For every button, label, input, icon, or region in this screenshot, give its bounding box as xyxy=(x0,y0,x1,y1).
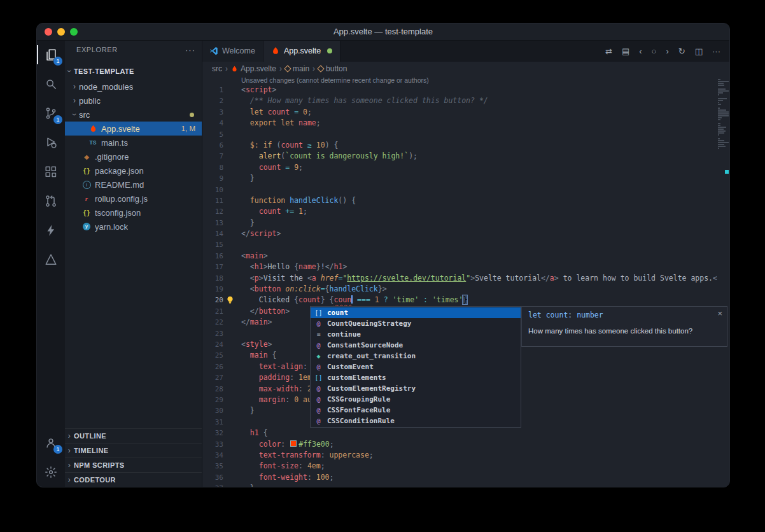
code-line: 36 font-weight: 100; xyxy=(202,472,729,483)
split-editor-icon[interactable]: ◫ xyxy=(695,47,703,55)
minimap-line xyxy=(718,140,724,141)
tree-item-README.md[interactable]: iREADME.md xyxy=(65,178,202,192)
tree-item-label: src xyxy=(79,110,90,120)
breadcrumb-label: button xyxy=(326,64,347,73)
history-icon[interactable]: ↻ xyxy=(678,47,685,55)
code-line: 4 export let name; xyxy=(202,118,729,129)
code-line: 8 count = 9; xyxy=(202,162,729,173)
git-status-badge: 1, M xyxy=(181,125,195,132)
tree-item-node_modules[interactable]: ›node_modules xyxy=(65,80,202,94)
tab-app-svelte[interactable]: App.svelte xyxy=(263,40,340,62)
breadcrumb-item-button[interactable]: button xyxy=(318,64,347,73)
code-line: 10 xyxy=(202,185,729,195)
line-gutter: 20 xyxy=(202,295,241,305)
vscode-window: App.svelte — test-template 11 1 EXPLORER… xyxy=(36,23,730,487)
suggestion-CountQueuingStrategy[interactable]: @CountQueuingStrategy xyxy=(311,318,521,329)
github-pr-icon xyxy=(44,194,58,208)
tree-item-.gitignore[interactable]: ◆.gitignore xyxy=(65,150,202,164)
panel-outline[interactable]: ›OUTLINE xyxy=(65,428,202,443)
tab-label: App.svelte xyxy=(284,46,321,55)
panel-timeline[interactable]: ›TIMELINE xyxy=(65,443,202,458)
window-titlebar[interactable]: App.svelte — test-template xyxy=(37,24,729,41)
activity-thunder-client-button[interactable] xyxy=(37,216,65,245)
breadcrumb-item-src[interactable]: src xyxy=(212,64,222,73)
tree-item-public[interactable]: ›public xyxy=(65,94,202,108)
tree-item-package.json[interactable]: {}package.json xyxy=(65,164,202,178)
line-gutter: 5 xyxy=(202,129,241,140)
suggestion-signature: let count: number xyxy=(522,307,727,319)
breadcrumb-item-main[interactable]: main xyxy=(285,64,309,73)
tree-item-label: tsconfig.json xyxy=(95,208,141,218)
code-text: /** How many times has someone clicked t… xyxy=(241,95,488,106)
close-window-button[interactable] xyxy=(45,28,52,36)
tree-item-App.svelte[interactable]: App.svelte1, M xyxy=(65,122,202,136)
tree-item-src[interactable]: ›src xyxy=(65,108,202,122)
suggestion-ConstantSourceNode[interactable]: @ConstantSourceNode xyxy=(311,340,521,351)
lightbulb-icon[interactable] xyxy=(226,296,234,304)
activity-explorer-button[interactable]: 1 xyxy=(37,40,65,69)
code-line: 1<script> xyxy=(202,85,729,95)
breadcrumb-item-app-svelte[interactable]: App.svelte xyxy=(231,64,276,73)
activity-source-control-button[interactable]: 1 xyxy=(37,99,65,128)
close-icon[interactable]: × xyxy=(717,309,722,318)
prev-change-icon[interactable]: ‹ xyxy=(639,47,642,55)
tree-item-tsconfig.json[interactable]: {}tsconfig.json xyxy=(65,206,202,220)
suggestion-CSSFontFaceRule[interactable]: @CSSFontFaceRule xyxy=(311,405,521,416)
suggestion-CSSGroupingRule[interactable]: @CSSGroupingRule xyxy=(311,394,521,405)
unsaved-changes-dot xyxy=(327,48,332,53)
suggestion-CustomElementRegistry[interactable]: @CustomElementRegistry xyxy=(311,383,521,394)
svelte-icon xyxy=(231,66,238,73)
zoom-window-button[interactable] xyxy=(70,28,78,36)
more-icon[interactable]: ··· xyxy=(712,47,720,55)
code-line: 37 } xyxy=(202,483,729,487)
suggestion-count[interactable]: []count xyxy=(311,307,521,318)
suggest-widget: []count@CountQueuingStrategy≡continue@Co… xyxy=(310,306,727,428)
activity-search-button[interactable] xyxy=(37,69,65,99)
activity-github-pr-button[interactable] xyxy=(37,186,65,216)
symbol-class-icon: @ xyxy=(314,407,323,414)
code-text: function handleClick() { xyxy=(241,195,356,206)
activity-azure-button[interactable] xyxy=(37,245,65,274)
code-line: 19 <button on:click={handleClick}> xyxy=(202,284,729,295)
vscode-icon xyxy=(209,46,218,55)
open-changes-icon[interactable]: ▤ xyxy=(622,47,629,55)
activity-accounts-button[interactable]: 1 xyxy=(37,428,65,458)
suggestion-CSSConditionRule[interactable]: @CSSConditionRule xyxy=(311,416,521,426)
info-file-icon: i xyxy=(81,179,92,190)
suggestion-continue[interactable]: ≡continue xyxy=(311,329,521,340)
next-change-icon[interactable]: › xyxy=(666,47,668,55)
suggestion-label: count xyxy=(327,309,348,317)
circle-icon[interactable]: ○ xyxy=(652,47,657,55)
panel-codetour[interactable]: ›CODETOUR xyxy=(65,472,202,487)
tree-item-rollup.config.js[interactable]: rrollup.config.js xyxy=(65,192,202,206)
tree-item-yarn.lock[interactable]: yyarn.lock xyxy=(65,220,202,234)
suggestion-customElements[interactable]: []customElements xyxy=(311,372,521,383)
line-gutter: 29 xyxy=(202,395,241,405)
explorer-more-actions-button[interactable]: ··· xyxy=(185,45,195,55)
workspace-section-header[interactable]: › TEST-TEMPLATE xyxy=(65,64,202,78)
suggestion-label: CustomEvent xyxy=(327,363,374,371)
minimap-line xyxy=(718,146,726,147)
tree-item-main.ts[interactable]: TSmain.ts xyxy=(65,136,202,150)
code-line: 11 function handleClick() { xyxy=(202,195,729,206)
suggestion-create_out_transition[interactable]: ◆create_out_transition xyxy=(311,351,521,361)
code-text: <main> xyxy=(241,251,268,262)
minimize-window-button[interactable] xyxy=(57,28,65,36)
activity-settings-button[interactable] xyxy=(37,458,65,487)
tab-welcome[interactable]: Welcome xyxy=(202,40,263,62)
compare-icon[interactable]: ⇄ xyxy=(605,47,612,55)
code-text: } xyxy=(241,405,255,416)
chevron-right-icon: › xyxy=(65,446,74,455)
suggestion-CustomEvent[interactable]: @CustomEvent xyxy=(311,361,521,372)
code-line: 33 color: #ff3e00; xyxy=(202,439,729,450)
line-gutter: 21 xyxy=(202,306,241,317)
line-gutter: 1 xyxy=(202,85,241,95)
line-gutter: 28 xyxy=(202,384,241,395)
panel-npm-scripts[interactable]: ›NPM SCRIPTS xyxy=(65,458,202,472)
symbol-variable-icon: [] xyxy=(314,374,323,381)
activity-extensions-button[interactable] xyxy=(37,157,65,186)
code-text: alert(`count is dangerously high!`); xyxy=(241,151,418,162)
line-number: 26 xyxy=(202,361,223,372)
line-number: 15 xyxy=(202,239,223,250)
activity-run-debug-button[interactable] xyxy=(37,128,65,157)
